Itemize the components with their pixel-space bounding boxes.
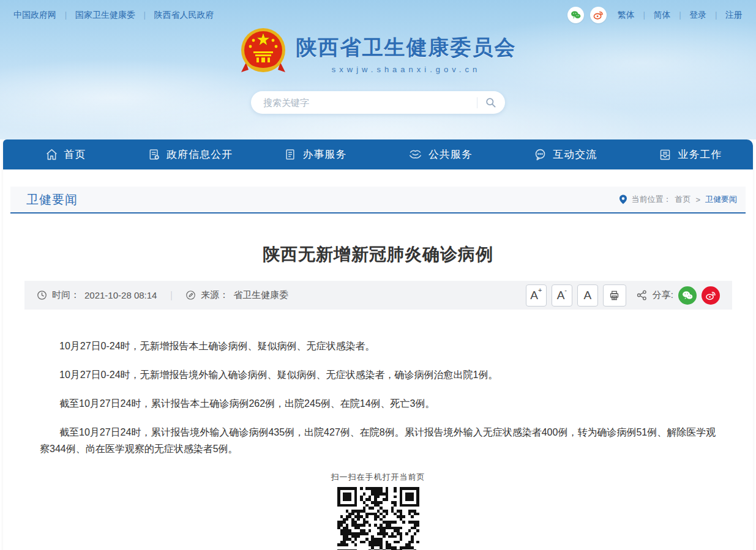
chat-icon (534, 148, 547, 161)
publish-time: 2021-10-28 08:14 (84, 290, 157, 300)
breadcrumb-strip: 卫健要闻 当前位置： 首页 > 卫健要闻 (10, 187, 746, 214)
nav-item-services[interactable]: 办事服务 (253, 139, 378, 169)
site-url: sxwjw.shaanxi.gov.cn (296, 65, 517, 74)
topbar-separator: ｜ (676, 10, 684, 21)
article-meta-right: A+ A- A 分享: (526, 284, 720, 307)
nav-item-info-disclosure[interactable]: 政府信息公开 (128, 139, 253, 169)
time-label: 时间： (52, 289, 80, 301)
topbar-separator: ｜ (62, 10, 70, 20)
qr-code (337, 487, 419, 550)
site-brand: 陕西省卫生健康委员会 sxwjw.shaanxi.gov.cn (0, 27, 756, 81)
font-smaller-button[interactable]: A- (552, 284, 572, 307)
national-emblem-logo (240, 27, 286, 81)
font-btn-base: A (557, 285, 565, 306)
topbar-separator: ｜ (141, 10, 149, 20)
inbox-icon (659, 148, 672, 161)
topbar-left-links: 中国政府网｜国家卫生健康委｜陕西省人民政府 (13, 10, 214, 21)
article-body: 10月27日0-24时，无新增报告本土确诊病例、疑似病例、无症状感染者。 10月… (3, 310, 753, 457)
topbar: 中国政府网｜国家卫生健康委｜陕西省人民政府 繁体｜简体｜登录｜注册 (0, 0, 756, 23)
nav-item-business[interactable]: 业务工作 (628, 139, 753, 169)
link-shaanxi-gov[interactable]: 陕西省人民政府 (154, 10, 214, 20)
clock-icon (37, 290, 47, 300)
section-title: 卫健要闻 (26, 191, 78, 208)
public-service-icon (408, 148, 422, 161)
breadcrumb-current[interactable]: 卫健要闻 (705, 194, 737, 205)
article-title: 陕西无新增新冠肺炎确诊病例 (3, 243, 753, 266)
article-meta-left: 时间：2021-10-28 08:14 ｜ 来源：省卫生健康委 (37, 289, 288, 301)
article-paragraph: 截至10月27日24时，累计报告境外输入确诊病例435例，出院427例、在院8例… (40, 424, 722, 457)
search-box (251, 91, 505, 114)
search-icon[interactable] (485, 97, 496, 108)
source-pen-icon (185, 290, 196, 300)
article-meta-bar: 时间：2021-10-28 08:14 ｜ 来源：省卫生健康委 A+ A- A … (24, 281, 732, 310)
search-input[interactable] (263, 97, 477, 108)
article-paragraph: 10月27日0-24时，无新增报告境外输入确诊病例、疑似病例、无症状感染者，确诊… (40, 366, 722, 383)
share-nodes-icon (636, 289, 648, 301)
article-paragraph: 10月27日0-24时，无新增报告本土确诊病例、疑似病例、无症状感染者。 (40, 338, 722, 354)
sky-header: 中国政府网｜国家卫生健康委｜陕西省人民政府 繁体｜简体｜登录｜注册 (0, 0, 756, 139)
link-simplified[interactable]: 简体 (654, 10, 671, 21)
breadcrumb-home[interactable]: 首页 (675, 194, 691, 205)
breadcrumb-separator: > (695, 195, 700, 204)
article-paragraph: 截至10月27日24时，累计报告本土确诊病例262例，出院245例、在院14例、… (40, 395, 722, 412)
nav-label: 首页 (64, 147, 86, 162)
link-login[interactable]: 登录 (689, 10, 706, 21)
qr-section: 扫一扫在手机打开当前页 (3, 472, 753, 550)
font-btn-sup: - (564, 285, 567, 295)
topbar-separator: ｜ (712, 10, 720, 21)
link-register[interactable]: 注册 (725, 10, 743, 21)
info-disclosure-icon (148, 148, 160, 161)
home-icon (45, 148, 58, 161)
nav-label: 互动交流 (553, 147, 597, 162)
link-traditional[interactable]: 繁体 (618, 10, 635, 21)
link-national-health[interactable]: 国家卫生健康委 (75, 10, 135, 20)
font-btn-sup: + (538, 285, 542, 295)
source-value: 省卫生健康委 (233, 289, 288, 301)
source-label: 来源： (201, 289, 228, 301)
location-label: 当前位置： (631, 194, 671, 205)
site-title: 陕西省卫生健康委员会 (296, 34, 517, 62)
print-button[interactable] (603, 284, 626, 307)
font-reset-button[interactable]: A (577, 284, 598, 307)
nav-label: 业务工作 (678, 147, 722, 162)
page-content-card: 首页 政府信息公开 办事服务 公共服务 互动交流 (3, 139, 753, 550)
meta-divider: ｜ (167, 289, 176, 301)
qr-caption: 扫一扫在手机打开当前页 (3, 472, 753, 483)
share-weibo-icon[interactable] (702, 286, 720, 305)
nav-item-public-service[interactable]: 公共服务 (378, 139, 503, 169)
search-divider (477, 97, 477, 108)
share-label: 分享: (653, 289, 673, 301)
weibo-icon[interactable] (590, 7, 607, 23)
link-china-gov[interactable]: 中国政府网 (13, 10, 56, 20)
nav-label: 公共服务 (429, 147, 473, 162)
wechat-icon[interactable] (567, 7, 584, 23)
share-wechat-icon[interactable] (678, 286, 697, 305)
topbar-separator: ｜ (640, 10, 648, 21)
main-nav: 首页 政府信息公开 办事服务 公共服务 互动交流 (3, 139, 753, 169)
font-btn-base: A (530, 285, 538, 306)
nav-item-interaction[interactable]: 互动交流 (503, 139, 628, 169)
nav-label: 办事服务 (302, 147, 346, 162)
nav-label: 政府信息公开 (167, 147, 233, 162)
breadcrumb: 当前位置： 首页 > 卫健要闻 (619, 194, 737, 205)
font-larger-button[interactable]: A+ (526, 284, 547, 307)
topbar-utility-links: 繁体｜简体｜登录｜注册 (618, 10, 743, 21)
topbar-right: 繁体｜简体｜登录｜注册 (567, 7, 743, 23)
location-pin-icon (619, 195, 627, 204)
font-btn-base: A (583, 285, 591, 306)
nav-item-home[interactable]: 首页 (3, 139, 128, 169)
services-doc-icon (284, 148, 296, 161)
share-group: 分享: (636, 286, 720, 305)
